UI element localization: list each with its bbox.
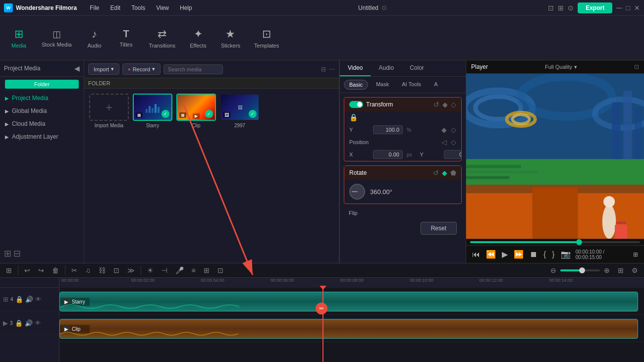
search-input[interactable] bbox=[163, 64, 223, 74]
add-folder-icon[interactable]: ⊞ bbox=[4, 248, 11, 259]
loop-end-button[interactable]: } bbox=[551, 249, 555, 260]
window-minimize[interactable]: ─ bbox=[616, 3, 622, 12]
media-item-clip[interactable]: ▶ ▦ ✓ Clip bbox=[176, 94, 216, 258]
reset-button[interactable]: Reset bbox=[421, 222, 457, 235]
track-3-lock-icon[interactable]: 🔒 bbox=[15, 319, 23, 327]
tl-cut-button[interactable]: ✂ bbox=[69, 265, 79, 275]
rotate-diamond-icon[interactable]: ⬟ bbox=[450, 169, 456, 177]
tool-titles[interactable]: T Titles bbox=[111, 24, 141, 52]
scale-diamond-icon[interactable]: ◇ bbox=[451, 126, 456, 134]
tl-mic-button[interactable]: 🎤 bbox=[173, 265, 186, 275]
tl-grid-button[interactable]: ⊞ bbox=[616, 265, 626, 275]
zoom-slider[interactable] bbox=[560, 269, 600, 271]
tl-snap-button[interactable]: ⊡ bbox=[215, 265, 225, 275]
scale-y-input[interactable] bbox=[373, 125, 403, 134]
record-button[interactable]: ● Record ▾ bbox=[122, 63, 161, 75]
position-keyframe-left-icon[interactable]: ◁ bbox=[441, 138, 447, 146]
step-forward-button[interactable]: ⏩ bbox=[513, 249, 525, 260]
tool-effects[interactable]: ✦ Effects bbox=[183, 24, 213, 52]
menu-edit[interactable]: Edit bbox=[105, 3, 125, 12]
menu-file[interactable]: File bbox=[85, 3, 104, 12]
loop-button[interactable]: { bbox=[542, 249, 547, 260]
media-item-starry[interactable]: ▦ ✓ Starry bbox=[133, 94, 172, 258]
tl-undo-button[interactable]: ↩ bbox=[22, 265, 32, 275]
player-progress-bar[interactable] bbox=[470, 241, 640, 243]
left-panel-collapse-icon[interactable]: ◀ bbox=[74, 64, 80, 72]
add-track-icon[interactable]: ⊞ bbox=[3, 296, 8, 303]
transform-toggle[interactable] bbox=[349, 101, 363, 108]
zoom-in-button[interactable]: ⊕ bbox=[602, 265, 612, 275]
tl-delete-button[interactable]: 🗑 bbox=[50, 265, 61, 275]
menu-help[interactable]: Help bbox=[175, 3, 197, 12]
tool-media[interactable]: ⊞ Media bbox=[4, 24, 34, 52]
subtab-basic[interactable]: Basic bbox=[344, 80, 368, 90]
tab-video[interactable]: Video bbox=[340, 60, 371, 76]
quality-button[interactable]: Full Quality ▾ bbox=[545, 64, 577, 70]
tl-sun-button[interactable]: ☀ bbox=[145, 265, 156, 275]
media-item-2997[interactable]: 🖼 🖼 ✓ 2997 bbox=[220, 94, 260, 258]
zoom-out-button[interactable]: ⊖ bbox=[548, 265, 558, 275]
grid-icon[interactable]: ⊞ bbox=[558, 4, 564, 12]
rotate-teal-icon[interactable]: ◆ bbox=[442, 169, 447, 177]
sidebar-item-cloud-media[interactable]: ▶ Cloud Media bbox=[0, 117, 84, 130]
subtab-ai-tools[interactable]: AI Tools bbox=[397, 80, 426, 90]
export-button[interactable]: Export bbox=[578, 2, 612, 13]
fullscreen-icon[interactable]: ⊡ bbox=[548, 4, 554, 12]
tool-templates[interactable]: ⊡ Templates bbox=[248, 24, 285, 52]
transform-reset-icon[interactable]: ↺ bbox=[433, 101, 439, 108]
menu-tools[interactable]: Tools bbox=[126, 3, 150, 12]
tl-crop-button[interactable]: ⊡ bbox=[111, 265, 121, 275]
play-button[interactable]: ▶ bbox=[501, 249, 509, 260]
pos-y-input[interactable] bbox=[444, 150, 462, 159]
transform-keyframe-icon[interactable]: ◆ bbox=[442, 101, 448, 108]
track-4-eye-icon[interactable]: 👁 bbox=[35, 296, 42, 303]
stop-button[interactable]: ⏹ bbox=[529, 249, 538, 260]
folder-move-icon[interactable]: ⊟ bbox=[13, 248, 21, 259]
folder-button[interactable]: Folder bbox=[5, 80, 79, 89]
tab-color[interactable]: Color bbox=[402, 60, 432, 76]
filter-icon[interactable]: ⊟ bbox=[321, 66, 326, 73]
tab-audio[interactable]: Audio bbox=[371, 60, 402, 76]
window-close[interactable]: ✕ bbox=[634, 4, 640, 12]
position-diamond-icon[interactable]: ◇ bbox=[451, 138, 456, 146]
track-4-clip[interactable]: ▶ Starry bbox=[59, 292, 638, 311]
rotate-reset-icon[interactable]: ↺ bbox=[433, 169, 439, 177]
track-3-play-icon[interactable]: ▶ bbox=[3, 319, 8, 327]
tl-multicam-button[interactable]: ⊞ bbox=[202, 265, 212, 275]
track-3-clip[interactable]: ▶ Clip bbox=[59, 319, 638, 339]
import-media-item[interactable]: + Import Media bbox=[89, 94, 129, 258]
tl-audio-button[interactable]: ♫ bbox=[83, 265, 93, 275]
tool-audio[interactable]: ♪ Audio bbox=[80, 24, 109, 52]
tool-transitions[interactable]: ⇄ Transitions bbox=[143, 24, 181, 52]
subtab-mask[interactable]: Mask bbox=[371, 80, 394, 90]
fullscreen-player-icon[interactable]: ⊡ bbox=[634, 63, 639, 70]
transform-diamond-icon[interactable]: ◇ bbox=[451, 101, 456, 108]
menu-view[interactable]: View bbox=[151, 3, 174, 12]
step-back-button[interactable]: ⏪ bbox=[485, 249, 497, 260]
sidebar-item-global-media[interactable]: ▶ Global Media bbox=[0, 104, 84, 117]
tl-link-button[interactable]: ⛓ bbox=[97, 265, 107, 275]
track-3-mute-icon[interactable]: 🔊 bbox=[25, 319, 33, 327]
tl-layout-icon[interactable]: ⊞ bbox=[4, 265, 14, 275]
track-4-mute-icon[interactable]: 🔊 bbox=[25, 296, 33, 303]
tl-more-button[interactable]: ≫ bbox=[125, 265, 137, 275]
pos-x-input[interactable] bbox=[373, 150, 403, 159]
sidebar-item-project-media[interactable]: ▶ Project Media bbox=[0, 92, 84, 104]
settings-icon[interactable]: ⊙ bbox=[568, 4, 574, 12]
tl-trim-button[interactable]: ⊣ bbox=[160, 265, 169, 275]
track-4-lock-icon[interactable]: 🔒 bbox=[15, 296, 23, 303]
tl-redo-button[interactable]: ↪ bbox=[36, 265, 46, 275]
tl-caption-button[interactable]: ≡ bbox=[190, 265, 198, 275]
import-button[interactable]: Import ▾ bbox=[88, 63, 119, 75]
fullscreen-button[interactable]: ⊞ bbox=[632, 250, 639, 259]
skip-back-button[interactable]: ⏮ bbox=[471, 249, 481, 260]
subtab-a[interactable]: A bbox=[429, 80, 442, 90]
rotate-dial[interactable] bbox=[349, 184, 365, 200]
snapshot-button[interactable]: 📷 bbox=[560, 249, 572, 260]
window-maximize[interactable]: □ bbox=[626, 4, 630, 12]
sidebar-item-adjustment-layer[interactable]: ▶ Adjustment Layer bbox=[0, 130, 84, 143]
more-options-icon[interactable]: ⋯ bbox=[329, 66, 335, 73]
track-3-eye-icon[interactable]: 👁 bbox=[35, 319, 41, 327]
tool-stock-media[interactable]: ◫ Stock Media bbox=[36, 25, 78, 52]
tl-settings-button[interactable]: ⚙ bbox=[630, 265, 640, 275]
